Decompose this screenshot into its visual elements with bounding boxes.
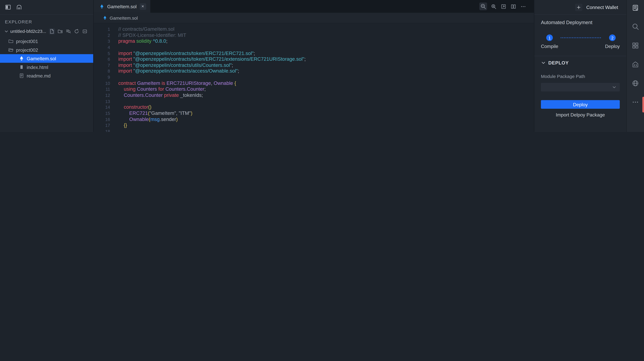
ethereum-icon bbox=[99, 4, 104, 9]
import-deploy-package-link[interactable]: Import Delpoy Package bbox=[534, 112, 626, 117]
code-text: import "@openzeppelin/contracts/utils/Co… bbox=[118, 62, 233, 68]
code-text: import "@openzeppelin/contracts/token/ER… bbox=[118, 50, 255, 56]
home-icon[interactable] bbox=[16, 4, 22, 10]
code-line: 18 bbox=[94, 128, 534, 132]
line-number: 7 bbox=[94, 62, 110, 68]
line-number: 8 bbox=[94, 68, 110, 74]
code-line: 15 ERC721("GameItem", "ITM") bbox=[94, 110, 534, 116]
code-line: 8import "@openzeppelin/contracts/access/… bbox=[94, 68, 534, 74]
folder-open-icon bbox=[8, 47, 14, 53]
new-folder-icon[interactable] bbox=[57, 28, 63, 34]
deploy-section-header[interactable]: DEPLOY bbox=[534, 56, 626, 65]
tree-item-label: project001 bbox=[16, 39, 38, 44]
line-number: 2 bbox=[94, 32, 110, 38]
code-line: 12 Counters.Counter private _tokenIds; bbox=[94, 92, 534, 98]
tree-item-project002[interactable]: project002 bbox=[0, 45, 93, 54]
dashboard-grid-icon[interactable] bbox=[632, 42, 639, 49]
panel-toggle-icon[interactable] bbox=[5, 4, 11, 10]
workspace-row[interactable]: untitled-bfd2c23... bbox=[0, 26, 93, 36]
tab-gameitem-sol[interactable]: GameItem.sol × bbox=[94, 0, 150, 13]
code-line: 3pragma solidity ^0.8.0; bbox=[94, 38, 534, 44]
deployment-panel-icon[interactable] bbox=[632, 4, 639, 11]
breadcrumb-label: GameItem.sol bbox=[110, 15, 138, 20]
code-text: Counters.Counter private _tokenIds; bbox=[118, 92, 203, 98]
code-text: contract GameItem is ERC721URIStorage, O… bbox=[118, 80, 236, 86]
more-icon[interactable] bbox=[632, 98, 639, 106]
code-line: 5import "@openzeppelin/contracts/token/E… bbox=[94, 50, 534, 56]
collapse-all-icon[interactable] bbox=[82, 28, 88, 34]
sidebar-top bbox=[0, 0, 93, 15]
file-md-icon bbox=[19, 73, 24, 78]
code-line: 9 bbox=[94, 74, 534, 80]
line-number: 17 bbox=[94, 122, 110, 128]
code-text: // contracts/GameItem.sol bbox=[118, 26, 174, 32]
code-text: // SPDX-License-Identifier: MIT bbox=[118, 32, 186, 38]
more-icon[interactable] bbox=[520, 3, 526, 10]
new-file-icon[interactable] bbox=[49, 28, 55, 34]
line-number: 14 bbox=[94, 104, 110, 110]
ethereum-icon bbox=[103, 15, 107, 20]
tree-item-label: project002 bbox=[16, 47, 38, 52]
code-text: import "@openzeppelin/contracts/token/ER… bbox=[118, 56, 306, 62]
code-text: ERC721("GameItem", "ITM") bbox=[118, 110, 192, 116]
activity-bar bbox=[626, 0, 644, 132]
code-line: 13 bbox=[94, 98, 534, 104]
code-line: 4 bbox=[94, 44, 534, 50]
connect-wallet-button[interactable]: Connect Wallet bbox=[575, 3, 618, 11]
plus-icon bbox=[575, 3, 582, 11]
workspace-name: untitled-bfd2c23... bbox=[10, 29, 46, 34]
step-deploy: 2 Deploy bbox=[605, 34, 620, 49]
code-line: 14 constructor() bbox=[94, 104, 534, 110]
connect-wallet-label: Connect Wallet bbox=[586, 5, 618, 9]
code-line: 11 using Counters for Counters.Counter; bbox=[94, 86, 534, 92]
code-line: 7import "@openzeppelin/contracts/utils/C… bbox=[94, 62, 534, 68]
deploy-panel: Connect Wallet Automated Deployment 1 Co… bbox=[534, 0, 626, 132]
tree-item-project001[interactable]: project001 bbox=[0, 37, 93, 45]
code-text: using Counters for Counters.Counter; bbox=[118, 86, 206, 92]
split-view-icon[interactable] bbox=[510, 3, 517, 10]
code-line: 10contract GameItem is ERC721URIStorage,… bbox=[94, 80, 534, 86]
zoom-out-icon[interactable] bbox=[479, 2, 487, 10]
code-text: pragma solidity ^0.8.0; bbox=[118, 38, 168, 44]
refresh-icon[interactable] bbox=[74, 28, 80, 34]
code-line: 2// SPDX-License-Identifier: MIT bbox=[94, 32, 534, 38]
zoom-in-icon[interactable] bbox=[490, 3, 497, 10]
deploy-section-label: DEPLOY bbox=[548, 60, 569, 65]
code-text: constructor() bbox=[118, 104, 152, 110]
tree-item-GameItem.sol[interactable]: GameItem.sol bbox=[0, 54, 93, 63]
ide-window: EXPLORER untitled-bfd2c23... project001p… bbox=[0, 0, 644, 132]
file-html-icon bbox=[19, 64, 24, 70]
chevron-down-icon bbox=[612, 85, 616, 89]
tabbar: GameItem.sol × bbox=[94, 0, 534, 13]
line-number: 11 bbox=[94, 86, 110, 92]
breadcrumb: GameItem.sol bbox=[94, 13, 534, 23]
tree-item-index.html[interactable]: index.html bbox=[0, 63, 93, 71]
code-text: Ownable(msg.sender) bbox=[118, 116, 178, 122]
line-number: 4 bbox=[94, 44, 110, 50]
panel-title: Automated Deployment bbox=[534, 15, 626, 25]
line-number: 6 bbox=[94, 56, 110, 62]
deploy-button[interactable]: Deploy bbox=[541, 100, 620, 109]
tree-item-label: readme.md bbox=[27, 73, 50, 78]
code-line: 6import "@openzeppelin/contracts/token/E… bbox=[94, 56, 534, 62]
search-icon[interactable] bbox=[632, 23, 639, 30]
module-package-path-select[interactable] bbox=[541, 83, 620, 91]
line-number: 9 bbox=[94, 74, 110, 80]
line-number: 16 bbox=[94, 116, 110, 122]
line-number: 18 bbox=[94, 128, 110, 132]
step-label: Compile bbox=[541, 44, 558, 49]
export-icon[interactable] bbox=[500, 3, 507, 10]
line-number: 1 bbox=[94, 26, 110, 32]
globe-icon[interactable] bbox=[632, 80, 639, 87]
step-connector bbox=[560, 37, 601, 38]
line-number: 15 bbox=[94, 110, 110, 116]
search-files-icon[interactable] bbox=[65, 28, 72, 34]
home-code-icon[interactable] bbox=[632, 61, 639, 68]
code-line: 17 {} bbox=[94, 122, 534, 128]
close-icon[interactable]: × bbox=[140, 3, 146, 10]
chevron-down-icon bbox=[541, 60, 546, 65]
code-area[interactable]: 1// contracts/GameItem.sol2// SPDX-Licen… bbox=[94, 23, 534, 132]
folder-icon bbox=[8, 38, 14, 44]
tree-item-readme.md[interactable]: readme.md bbox=[0, 71, 93, 80]
line-number: 3 bbox=[94, 38, 110, 44]
